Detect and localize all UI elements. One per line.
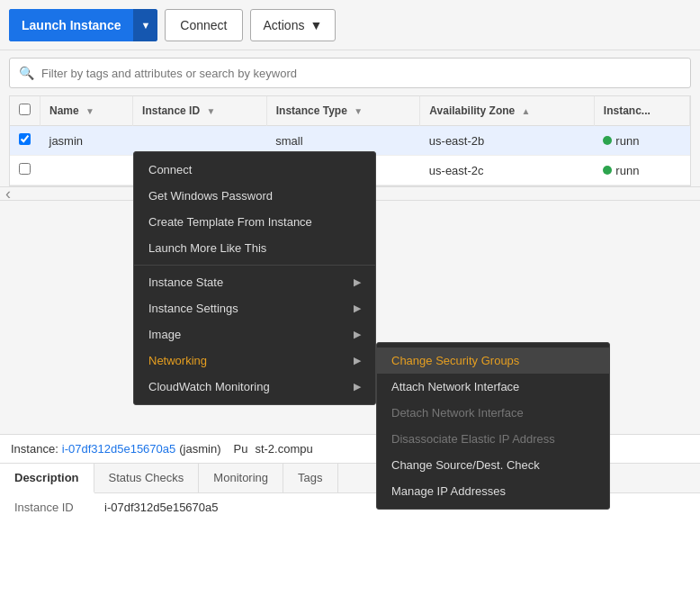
row-name: jasmin xyxy=(40,126,133,156)
menu-item-instance-state[interactable]: Instance State ▶ xyxy=(134,269,375,295)
row-name xyxy=(40,156,133,185)
submenu-item-detach-network-interface: Detach Network Interface xyxy=(377,400,609,426)
context-menu: Connect Get Windows Password Create Temp… xyxy=(133,151,376,405)
menu-item-cw-label: CloudWatch Monitoring xyxy=(148,380,270,393)
menu-item-connect-label: Connect xyxy=(148,163,192,176)
row-status: runn xyxy=(594,126,689,156)
pu-label: Pu xyxy=(234,442,248,456)
col-availability-zone[interactable]: Availability Zone ▲ xyxy=(420,96,595,126)
instance-type-sort-icon: ▼ xyxy=(354,106,363,116)
submenu-item-csd-label: Change Source/Dest. Check xyxy=(391,458,540,472)
actions-dropdown-icon: ▼ xyxy=(310,18,322,32)
col-name-label: Name xyxy=(49,104,79,117)
submenu-arrow-icon: ▶ xyxy=(354,276,361,288)
status-indicator xyxy=(603,166,612,175)
menu-item-lm-label: Launch More Like This xyxy=(148,241,266,255)
tab-status-checks[interactable]: Status Checks xyxy=(94,464,200,492)
submenu-item-dni-label: Detach Network Interface xyxy=(391,406,524,420)
menu-item-networking[interactable]: Networking ▶ xyxy=(134,348,375,374)
submenu-arrow-icon: ▶ xyxy=(354,381,361,393)
launch-instance-button-group: Launch Instance ▼ xyxy=(9,9,157,41)
submenu-item-dei-label: Disassociate Elastic IP Address xyxy=(391,432,555,446)
row-checkbox[interactable] xyxy=(19,163,31,175)
table-header-row: Name ▼ Instance ID ▼ Instance Type ▼ Ava… xyxy=(10,96,690,126)
select-all-checkbox[interactable] xyxy=(19,104,31,115)
tab-description-label: Description xyxy=(14,471,79,484)
row-status: runn xyxy=(594,156,689,185)
actions-button[interactable]: Actions ▼ xyxy=(250,9,337,41)
instance-id-header[interactable]: i-07df312d5e15670a5 xyxy=(62,442,176,456)
submenu-item-mia-label: Manage IP Addresses xyxy=(391,484,506,498)
instance-name-header: (jasmin) xyxy=(179,442,220,456)
az-sort-icon: ▲ xyxy=(522,106,531,116)
menu-item-instance-settings[interactable]: Instance Settings ▶ xyxy=(134,295,375,321)
submenu-item-ani-label: Attach Network Interface xyxy=(391,380,519,393)
col-name[interactable]: Name ▼ xyxy=(40,96,133,126)
row-checkbox-cell[interactable] xyxy=(10,156,40,185)
submenu-item-disassociate-elastic-ip: Disassociate Elastic IP Address xyxy=(377,426,609,452)
instance-prefix-label: Instance: xyxy=(11,442,58,456)
menu-item-create-template[interactable]: Create Template From Instance xyxy=(134,209,375,235)
menu-item-connect[interactable]: Connect xyxy=(134,157,375,183)
connect-button[interactable]: Connect xyxy=(165,9,242,41)
col-instance-id[interactable]: Instance ID ▼ xyxy=(133,96,267,126)
menu-item-get-windows-password[interactable]: Get Windows Password xyxy=(134,183,375,209)
tab-tags-label: Tags xyxy=(298,471,322,484)
row-az: us-east-2c xyxy=(420,156,595,185)
tab-monitoring[interactable]: Monitoring xyxy=(199,464,283,492)
menu-item-isettings-label: Instance Settings xyxy=(148,302,238,315)
detail-instance-id-value: i-07df312d5e15670a5 xyxy=(104,501,219,514)
search-bar: 🔍 xyxy=(9,58,691,88)
menu-item-cloudwatch[interactable]: CloudWatch Monitoring ▶ xyxy=(134,374,375,400)
submenu-arrow-icon: ▶ xyxy=(354,355,361,366)
scroll-left-icon: ‹ xyxy=(5,185,11,203)
launch-instance-button[interactable]: Launch Instance xyxy=(9,9,133,41)
submenu-arrow-icon: ▶ xyxy=(354,303,361,314)
tab-description[interactable]: Description xyxy=(0,464,94,493)
col-instance-state-label: Instanc... xyxy=(604,104,651,117)
col-instance-state[interactable]: Instanc... xyxy=(594,96,689,126)
actions-label: Actions xyxy=(264,18,305,32)
col-availability-zone-label: Availability Zone xyxy=(429,104,515,117)
tab-status-checks-label: Status Checks xyxy=(109,471,184,484)
tab-monitoring-label: Monitoring xyxy=(213,471,268,484)
submenu-item-change-security-groups[interactable]: Change Security Groups xyxy=(377,348,609,374)
menu-item-image-label: Image xyxy=(148,328,181,341)
launch-instance-dropdown-button[interactable]: ▼ xyxy=(133,9,157,41)
row-checkbox-cell[interactable] xyxy=(10,126,40,156)
search-icon: 🔍 xyxy=(19,66,34,80)
tab-tags[interactable]: Tags xyxy=(283,464,337,492)
submenu-item-manage-ip-addresses[interactable]: Manage IP Addresses xyxy=(377,478,609,504)
col-instance-type-label: Instance Type xyxy=(276,104,347,117)
instance-id-sort-icon: ▼ xyxy=(206,106,215,116)
host-suffix: st-2.compu xyxy=(255,442,312,456)
select-all-checkbox-cell[interactable] xyxy=(10,96,40,126)
detail-instance-id-label: Instance ID xyxy=(14,501,104,514)
status-indicator xyxy=(603,136,612,145)
col-instance-id-label: Instance ID xyxy=(142,104,200,117)
col-instance-type[interactable]: Instance Type ▼ xyxy=(266,96,420,126)
submenu-item-attach-network-interface[interactable]: Attach Network Interface xyxy=(377,374,609,400)
toolbar: Launch Instance ▼ Connect Actions ▼ xyxy=(0,0,700,50)
menu-divider-1 xyxy=(134,265,375,266)
row-checkbox[interactable] xyxy=(19,133,31,145)
menu-item-image[interactable]: Image ▶ xyxy=(134,321,375,348)
menu-item-gwp-label: Get Windows Password xyxy=(148,189,273,203)
name-sort-icon: ▼ xyxy=(85,106,94,116)
row-az: us-east-2b xyxy=(420,126,595,156)
submenu-arrow-icon: ▶ xyxy=(354,329,361,340)
search-input[interactable] xyxy=(41,67,681,80)
menu-item-ct-label: Create Template From Instance xyxy=(148,215,312,229)
submenu-item-change-source-dest[interactable]: Change Source/Dest. Check xyxy=(377,452,609,478)
networking-submenu: Change Security Groups Attach Network In… xyxy=(376,342,610,510)
submenu-item-csg-label: Change Security Groups xyxy=(391,354,519,367)
menu-item-is-label: Instance State xyxy=(148,275,223,289)
menu-item-networking-label: Networking xyxy=(148,354,207,367)
menu-item-launch-more[interactable]: Launch More Like This xyxy=(134,235,375,261)
